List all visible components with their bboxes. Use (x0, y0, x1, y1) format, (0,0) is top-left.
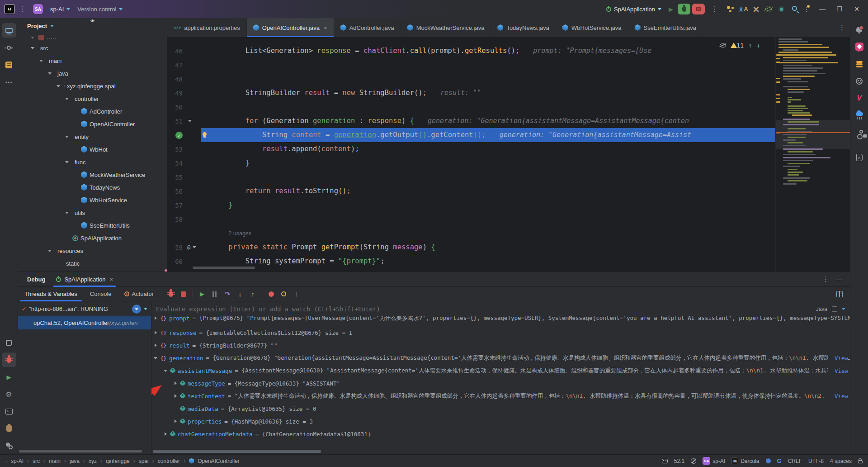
highlighting-eye-icon[interactable] (720, 43, 726, 48)
code-line-61[interactable]: 61 SystemPromptTemplate systemPromptTemp… (167, 268, 775, 272)
frames-horizontal-scrollbar[interactable] (19, 450, 142, 453)
more-icon[interactable]: ⋯ (2, 75, 16, 89)
code-line-53[interactable]: 53 result.append(content); (167, 142, 775, 156)
stack-frame-selected[interactable]: opChat:52, OpenAIController (xyz.qinfen (18, 316, 151, 329)
tools-icon[interactable] (750, 3, 762, 15)
resume-icon[interactable]: ▶ (196, 289, 208, 300)
history-icon[interactable] (832, 306, 837, 312)
encoding-selector[interactable]: UTF-8 (808, 458, 824, 464)
code-line-48[interactable]: 48 (167, 72, 775, 86)
maximize-button[interactable]: ❐ (832, 3, 847, 15)
thread-selector[interactable]: ✓ "http-nio-886...ain": RUNNING (18, 302, 151, 316)
run-options-icon[interactable]: ⋮ (707, 5, 722, 13)
debug-tool-icon[interactable] (2, 353, 16, 367)
stop-button[interactable] (692, 4, 705, 14)
git-branch-icon[interactable] (2, 438, 16, 453)
line-ending-selector[interactable]: CRLF (788, 458, 802, 464)
terminal-icon[interactable]: >_ (2, 404, 16, 419)
tab-MockWeatherService.java[interactable]: MockWeatherService.java (401, 18, 491, 37)
code-area[interactable]: 46 List<Generation> response = chatClien… (167, 38, 775, 272)
variable-row-result[interactable]: {}result = {StringBuilder@8677} "" (151, 339, 850, 352)
kebab-badged-icon[interactable]: ⋮ (800, 3, 813, 15)
code-line-55[interactable]: 55 (167, 170, 775, 184)
evaluate-expression-input[interactable]: Evaluate expression (Enter) or add a wat… (151, 302, 850, 316)
translate-icon[interactable]: 文 (737, 3, 750, 15)
code-line-60[interactable]: 60 String systemPrompt = "{prompt}"; (167, 254, 775, 268)
tab-OpenAIController.java[interactable]: OpenAIController.java× (247, 18, 334, 37)
close-icon[interactable]: × (110, 276, 113, 283)
variable-row-textContent[interactable]: textContent = "人体需要水来维持生命活动，保持健康。水是构成人体细… (151, 390, 850, 402)
tab-application.properties[interactable]: </>application.properties (167, 18, 247, 37)
record-icon[interactable] (775, 3, 788, 15)
breadcrumb-item[interactable]: qinfengge (106, 458, 130, 464)
code-line-54[interactable]: 54 } (167, 156, 775, 170)
stop-icon[interactable] (178, 289, 189, 300)
debug-tab-Actuator[interactable]: Actuator (118, 287, 160, 301)
variable-row-generation[interactable]: {}generation = {Generation@8678} "Genera… (151, 352, 850, 364)
mute-breakpoints-icon[interactable] (278, 289, 290, 300)
v-plugin-icon[interactable]: V (852, 91, 867, 105)
code-line-58[interactable]: 58 (167, 212, 775, 226)
code-line-52[interactable]: ✓ String content = generation.getOutput(… (167, 128, 775, 142)
prev-problem-icon[interactable]: ↑ (748, 42, 752, 49)
cloud-sync-icon[interactable] (852, 108, 867, 123)
code-line-59[interactable]: 59@ private static Prompt getPrompt(Stri… (167, 240, 775, 254)
fold-icon[interactable] (193, 246, 196, 248)
code-line-56[interactable]: 56 return result.toString(); (167, 184, 775, 198)
pause-icon[interactable] (209, 289, 221, 300)
close-icon[interactable]: × (324, 24, 327, 31)
view-link[interactable]: View (828, 352, 848, 364)
lock-icon[interactable] (858, 458, 863, 463)
google-icon[interactable]: G (777, 457, 782, 464)
breadcrumb-item[interactable]: main (49, 458, 61, 464)
project-avatar[interactable]: SA (33, 4, 43, 14)
view-link[interactable]: View (828, 364, 848, 377)
rerun-bug-icon[interactable] (165, 289, 177, 300)
code-line-usages[interactable]: 2 usages (167, 226, 775, 240)
hide-panel-icon[interactable]: — (834, 276, 850, 283)
layout-settings-icon[interactable] (836, 291, 843, 297)
debug-session-tab[interactable]: SpAiApplication × (52, 272, 118, 287)
database-icon[interactable] (852, 57, 867, 71)
variable-row-assistantMessage[interactable]: assistantMessage = {AssistantMessage@106… (151, 364, 850, 377)
notifications-icon[interactable] (852, 22, 867, 37)
breadcrumb-item[interactable]: xyz (89, 458, 97, 464)
project-icon[interactable] (2, 23, 16, 38)
settings-tool-icon[interactable]: ⚙ (2, 387, 16, 401)
breadcrumb-item[interactable]: src (33, 458, 40, 464)
highlighting-level-icon[interactable] (691, 458, 696, 464)
minimap[interactable] (775, 38, 850, 272)
breadcrumb-item[interactable]: java (70, 458, 80, 464)
variables-horizontal-scrollbar[interactable] (153, 450, 321, 453)
breadcrumb-item[interactable]: controller (158, 458, 180, 464)
breadcrumb-item[interactable]: sp-AI (11, 458, 24, 464)
breadcrumb-item[interactable]: OpenAIController (198, 458, 240, 464)
run-tool-icon[interactable]: ▶ (2, 370, 16, 384)
tab-SseEmitterUtils.java[interactable]: SseEmitterUtils.java (628, 18, 703, 37)
close-button[interactable]: ✕ (849, 3, 864, 15)
fold-icon[interactable] (188, 120, 192, 122)
tab-options-icon[interactable]: ⋮ (834, 24, 850, 32)
run-configuration-selector[interactable]: SpAiApplication (604, 4, 664, 14)
commit-icon[interactable] (2, 40, 16, 55)
editor-horizontal-scrollbar[interactable] (193, 267, 255, 269)
kebab-icon[interactable]: ⋮ (291, 289, 302, 300)
breadcrumb-item[interactable]: spai (139, 458, 149, 464)
blue-status-icon[interactable] (766, 458, 771, 463)
inspections-widget[interactable]: 11 ↑ ↓ (716, 40, 764, 50)
tab-WbHotService.java[interactable]: WbHotService.java (556, 18, 628, 37)
variable-row-chatGenerationMetadata[interactable]: chatGenerationMetadata = {ChatGeneration… (151, 428, 850, 440)
step-over-icon[interactable]: ↷ (222, 289, 233, 300)
ai-assistant-icon[interactable] (852, 39, 867, 54)
users-icon[interactable] (724, 3, 737, 15)
filter-funnel-icon[interactable] (132, 305, 141, 314)
step-into-icon[interactable]: ↓ (234, 289, 246, 300)
debug-tab-Console[interactable]: Console (84, 287, 118, 301)
main-menu-icon[interactable]: ⋮ (14, 5, 30, 13)
code-line-50[interactable]: 50 (167, 100, 775, 114)
code-with-me-icon[interactable] (852, 125, 867, 140)
chevron-down-icon[interactable] (842, 308, 845, 310)
variable-row-messageType[interactable]: messageType = {MessageType@10633} "ASSIS… (151, 377, 850, 390)
tab-TodayNews.java[interactable]: TodayNews.java (491, 18, 556, 37)
variable-row-mediaData[interactable]: mediaData = {ArrayList@10635} size = 0 (151, 402, 850, 415)
